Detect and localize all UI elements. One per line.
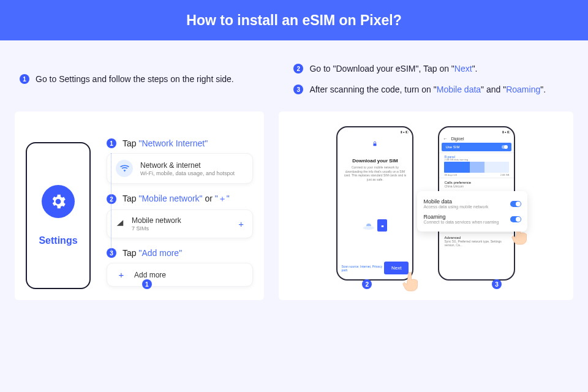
download-subtitle: Connect to your mobile network by downlo… — [337, 165, 412, 181]
intro-step-3: 3 After scanning the code, turn on "Mobi… — [293, 85, 568, 94]
roaming-label: Roaming — [423, 214, 499, 220]
intro-right: 2 Go to "Download your eSIM", Tap on "Ne… — [293, 64, 568, 94]
card-phone-mocks: ▮▴◧ Download your SIM Connect to your mo… — [279, 111, 573, 300]
dotted-connector — [111, 153, 111, 252]
status-bar: ▮▴◧ — [439, 127, 514, 136]
tile-title: Add more — [134, 271, 166, 279]
step-badge-2: 2 — [293, 64, 303, 74]
highlight-next: Next — [454, 64, 472, 74]
roaming-toggle[interactable] — [510, 216, 521, 222]
intro-row: 1 Go to Settings and follow the steps on… — [15, 40, 573, 111]
substep-2: 2 Tap "Mobile network" or "＋" Mobile net… — [107, 194, 253, 238]
mobile-data-sub: Access data using mobile network — [423, 205, 488, 209]
highlight-roaming: Roaming — [506, 85, 540, 94]
carrier-header: ← Digicel — [439, 136, 514, 141]
tile-subtitle: Wi-Fi, mobile, data usage, and hotspot — [140, 170, 235, 176]
page-number-1: 1 — [142, 279, 152, 289]
step-badge-3: 3 — [293, 85, 303, 94]
substep-3: 3 Tap "Add more" + Add more — [107, 248, 253, 287]
download-links: Scan source: Internet, Privacy path — [341, 265, 384, 272]
intro-left: 1 Go to Settings and follow the steps on… — [20, 64, 274, 94]
tile-add-more: + Add more — [107, 263, 253, 287]
tile-subtitle: 7 SIMs — [132, 225, 181, 232]
page-number-3: 3 — [492, 279, 502, 289]
signal-icon — [116, 219, 124, 229]
status-bar: ▮▴◧ — [337, 127, 412, 136]
wifi-icon — [116, 160, 133, 177]
mock2-wrap: ▮▴◧ Download your SIM Connect to your mo… — [336, 126, 413, 281]
download-title: Download your SIM — [337, 158, 412, 164]
svg-rect-2 — [382, 225, 384, 227]
tile-network-internet: Network & internet Wi-Fi, mobile, data u… — [107, 153, 253, 184]
svg-rect-0 — [374, 143, 377, 146]
substep-badge-1: 1 — [107, 138, 116, 148]
mock3-wrap: ▮▴◧ ← Digicel Use SIM R-panel 2.08 GB da… — [438, 126, 515, 281]
substep-1: 1 Tap "Network Internet" Network & inter… — [107, 138, 253, 184]
intro-step-2-text: Go to "Download your eSIM", Tap on "Next… — [309, 64, 477, 74]
content-area: 1 Go to Settings and follow the steps on… — [0, 40, 588, 392]
mobile-data-toggle[interactable] — [510, 201, 521, 207]
page-title: How to install an eSIM on Pixel? — [186, 12, 401, 29]
substep-badge-3: 3 — [107, 248, 116, 258]
settings-label: Settings — [39, 235, 77, 246]
hand-pointer-icon — [400, 271, 421, 294]
highlight-mobile-data: Mobile data — [437, 85, 481, 94]
cards-row: Settings 1 Tap "Network Internet" Networ… — [15, 111, 573, 300]
plus-icon: + — [116, 270, 127, 280]
data-usage-bar: 2.08 GB data warning 30 days left 2.08 G… — [444, 162, 509, 173]
download-footer: Scan source: Internet, Privacy path Next — [341, 262, 409, 274]
sim-lock-icon — [337, 138, 412, 149]
svg-point-1 — [363, 226, 374, 230]
roaming-row: Roaming Connect to data services when ro… — [423, 211, 521, 227]
plus-icon: + — [238, 219, 244, 229]
tile-title: Mobile network — [132, 216, 181, 225]
phone-mock-download: ▮▴◧ Download your SIM Connect to your mo… — [336, 126, 413, 281]
back-arrow-icon: ← — [443, 137, 447, 141]
tile-mobile-network: Mobile network 7 SIMs + — [107, 209, 253, 238]
toggle-icon — [502, 145, 508, 149]
step-badge-1: 1 — [20, 74, 29, 84]
intro-step-1-text: Go to Settings and follow the steps on t… — [36, 74, 234, 84]
mobile-data-row: Mobile data Access data using mobile net… — [423, 196, 521, 211]
phone-settings-mock: Settings — [26, 142, 91, 289]
intro-step-2: 2 Go to "Download your eSIM", Tap on "Ne… — [293, 64, 568, 74]
page-number-2: 2 — [362, 279, 372, 289]
steps-column: 1 Tap "Network Internet" Network & inter… — [107, 138, 253, 289]
gear-icon — [42, 185, 75, 218]
roaming-sub: Connect to data services when roaming — [423, 220, 499, 224]
intro-step-3-text: After scanning the code, turn on "Mobile… — [309, 85, 546, 94]
overlay-toggles-card: Mobile data Access data using mobile net… — [417, 191, 527, 232]
download-illustration — [337, 203, 412, 247]
use-sim-toggle-row: Use SIM — [442, 143, 511, 151]
card-settings-steps: Settings 1 Tap "Network Internet" Networ… — [15, 111, 264, 300]
mobile-data-label: Mobile data — [423, 198, 488, 205]
substep-badge-2: 2 — [107, 194, 116, 204]
hero-banner: How to install an eSIM on Pixel? — [0, 0, 588, 40]
tile-title: Network & internet — [140, 161, 235, 170]
intro-step-1: 1 Go to Settings and follow the steps on… — [20, 74, 234, 84]
